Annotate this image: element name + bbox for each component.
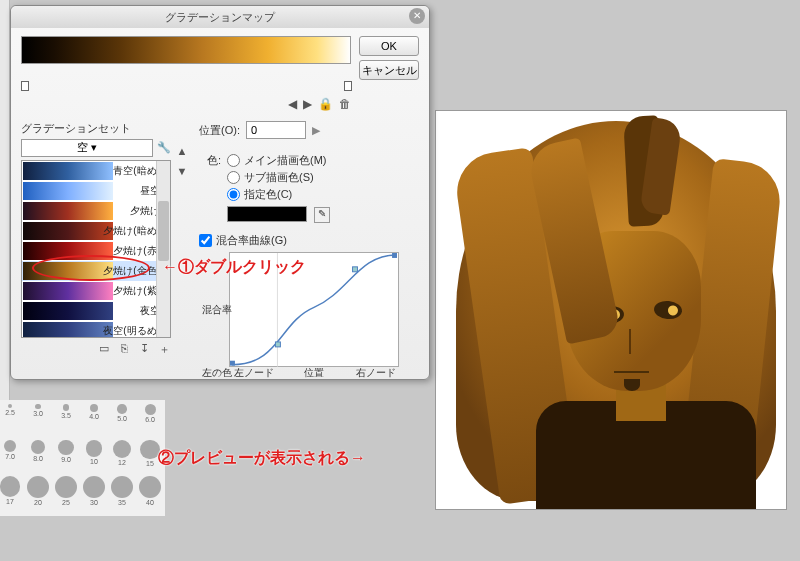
eyedropper-icon[interactable]: ✎ bbox=[314, 207, 330, 223]
gradient-map-dialog: グラデーションマップ ✕ OK キャンセル ◀ ▶ 🔒 🗑 グラデーションセット bbox=[10, 5, 430, 380]
svg-rect-1 bbox=[230, 361, 235, 366]
wrench-icon[interactable]: 🔧 bbox=[157, 141, 171, 155]
radio-sub-color[interactable]: サブ描画色(S) bbox=[227, 170, 330, 185]
curve-svg bbox=[230, 253, 398, 367]
brush-size-item[interactable]: 3.0 bbox=[27, 404, 49, 434]
left-toolbar-edge bbox=[0, 0, 10, 400]
cancel-button[interactable]: キャンセル bbox=[359, 60, 419, 80]
gradient-preset-item[interactable]: 夕焼け(金色) bbox=[22, 261, 170, 281]
move-down-icon[interactable]: ▼ bbox=[175, 165, 189, 179]
svg-rect-4 bbox=[392, 253, 397, 258]
brush-size-item[interactable]: 15 bbox=[139, 440, 161, 470]
brush-size-item[interactable]: 12 bbox=[111, 440, 133, 470]
new-icon[interactable]: ▭ bbox=[97, 342, 111, 356]
duplicate-icon[interactable]: ⎘ bbox=[117, 342, 131, 356]
gradient-preset-item[interactable]: 夜空(明るめ) bbox=[22, 321, 170, 338]
brush-size-item[interactable]: 6.0 bbox=[139, 404, 161, 434]
dialog-title: グラデーションマップ bbox=[165, 10, 275, 25]
close-icon[interactable]: ✕ bbox=[409, 8, 425, 24]
brush-size-item[interactable]: 20 bbox=[27, 476, 49, 506]
dialog-titlebar[interactable]: グラデーションマップ ✕ bbox=[11, 6, 429, 28]
gradient-preset-item[interactable]: 夕焼け(赤) bbox=[22, 241, 170, 261]
add-icon[interactable]: ＋ bbox=[157, 342, 171, 356]
canvas-preview bbox=[435, 110, 787, 510]
brush-size-item[interactable]: 4.0 bbox=[83, 404, 105, 434]
radio-custom-color[interactable]: 指定色(C) bbox=[227, 187, 330, 202]
gradient-preset-item[interactable]: 青空(暗め) bbox=[22, 161, 170, 181]
brush-size-item[interactable]: 17 bbox=[0, 476, 21, 506]
lock-icon[interactable]: 🔒 bbox=[318, 97, 333, 111]
mixing-curve-graph[interactable]: 混合率 左の色 左ノード 位置 右ノード bbox=[229, 252, 399, 367]
brush-size-item[interactable]: 35 bbox=[111, 476, 133, 506]
brush-size-palette: 2.53.03.54.05.06.07.08.09.01012151720253… bbox=[0, 400, 165, 516]
brush-size-item[interactable]: 5.0 bbox=[111, 404, 133, 434]
gradient-preset-list[interactable]: 青空(暗め)昼空夕焼け夕焼け(暗め)夕焼け(赤)夕焼け(金色)夕焼け(紫)夜空夜… bbox=[21, 160, 171, 338]
brush-size-item[interactable]: 30 bbox=[83, 476, 105, 506]
next-stop-icon[interactable]: ▶ bbox=[303, 97, 312, 111]
brush-size-item[interactable]: 8.0 bbox=[27, 440, 49, 470]
brush-size-item[interactable]: 40 bbox=[139, 476, 161, 506]
move-up-icon[interactable]: ▲ bbox=[175, 145, 189, 159]
position-label: 位置(O): bbox=[199, 123, 240, 138]
color-label: 色: bbox=[199, 153, 221, 223]
gradient-preset-item[interactable]: 夜空 bbox=[22, 301, 170, 321]
radio-main-color[interactable]: メイン描画色(M) bbox=[227, 153, 330, 168]
gradient-preset-item[interactable]: 昼空 bbox=[22, 181, 170, 201]
position-stepper-icon[interactable]: ▶ bbox=[312, 124, 320, 137]
brush-size-item[interactable]: 3.5 bbox=[55, 404, 77, 434]
export-icon[interactable]: ↧ bbox=[137, 342, 151, 356]
ok-button[interactable]: OK bbox=[359, 36, 419, 56]
brush-size-item[interactable]: 2.5 bbox=[0, 404, 21, 434]
brush-size-item[interactable]: 10 bbox=[83, 440, 105, 470]
gradient-set-select[interactable]: 空 ▾ bbox=[21, 139, 153, 157]
position-input[interactable] bbox=[246, 121, 306, 139]
prev-stop-icon[interactable]: ◀ bbox=[288, 97, 297, 111]
trash-icon[interactable]: 🗑 bbox=[339, 97, 351, 111]
list-scrollbar[interactable] bbox=[156, 161, 170, 337]
svg-rect-3 bbox=[353, 267, 358, 272]
gradient-set-label: グラデーションセット bbox=[21, 121, 171, 136]
gradient-stops[interactable] bbox=[21, 79, 351, 91]
gradient-preset-item[interactable]: 夕焼け bbox=[22, 201, 170, 221]
svg-rect-2 bbox=[275, 342, 280, 347]
gradient-preset-item[interactable]: 夕焼け(紫) bbox=[22, 281, 170, 301]
color-swatch[interactable] bbox=[227, 206, 307, 222]
brush-size-item[interactable]: 7.0 bbox=[0, 440, 21, 470]
brush-size-item[interactable]: 25 bbox=[55, 476, 77, 506]
gradient-preview-bar[interactable] bbox=[21, 36, 351, 64]
curve-checkbox[interactable]: 混合率曲線(G) bbox=[199, 233, 419, 248]
gradient-preset-item[interactable]: 夕焼け(暗め) bbox=[22, 221, 170, 241]
brush-size-item[interactable]: 9.0 bbox=[55, 440, 77, 470]
